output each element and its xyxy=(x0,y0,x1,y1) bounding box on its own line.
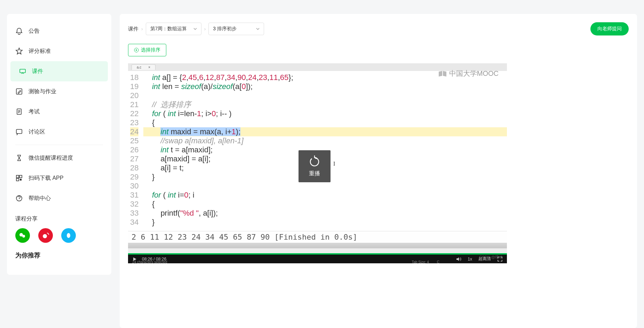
sidebar-item-label: 课件 xyxy=(32,68,43,75)
wechat-share-icon[interactable] xyxy=(15,228,30,243)
line-number: 27 xyxy=(130,154,138,163)
sidebar-item-3[interactable]: 测验与作业 xyxy=(7,81,111,102)
play-icon xyxy=(134,48,139,53)
chevron-down-icon xyxy=(256,27,260,31)
svg-point-12 xyxy=(67,233,70,238)
sidebar-item-label: 评分标准 xyxy=(29,48,51,55)
star-icon xyxy=(15,47,23,55)
video-controls: 08:26 / 08:26 1x 超高清 24 characters selec… xyxy=(128,255,507,263)
line-number: 26 xyxy=(130,145,138,154)
topic-chip-label: 选择排序 xyxy=(141,47,160,53)
sidebar-item-label: 考试 xyxy=(29,108,40,115)
console-output: 2 6 11 12 23 24 34 45 65 87 90 [Finished… xyxy=(128,231,507,243)
svg-rect-7 xyxy=(20,179,22,181)
line-number: 32 xyxy=(130,200,138,209)
line-number: 28 xyxy=(130,163,138,173)
line-number: 20 xyxy=(130,91,138,100)
qq-share-icon[interactable] xyxy=(61,228,76,243)
chat-icon xyxy=(15,128,23,136)
code-line: { xyxy=(143,118,507,127)
line-number: 18 xyxy=(130,73,138,82)
watermark: CSDN @嘎啥 xyxy=(479,255,503,260)
text-cursor-icon: I xyxy=(333,161,334,167)
mooc-logo-text: 中国大学MOOC xyxy=(449,69,499,78)
code-line: int maxid = max(a, i+1); xyxy=(143,127,507,136)
book-icon xyxy=(438,70,447,77)
line-number: 31 xyxy=(130,191,138,200)
code-line xyxy=(143,91,507,100)
code-line: int len = sizeof(a)/sizeof(a[0]); xyxy=(143,82,507,91)
breadcrumb-root[interactable]: 课件 xyxy=(128,26,138,32)
nav-divider xyxy=(15,145,103,145)
sidebar-item-label: 公告 xyxy=(29,27,40,35)
share-title: 课程分享 xyxy=(15,215,103,223)
chevron-right-icon: › xyxy=(204,26,206,32)
line-number: 19 xyxy=(130,82,138,91)
weibo-share-icon[interactable] xyxy=(38,228,53,243)
svg-point-11 xyxy=(43,234,47,238)
editor-status-bar xyxy=(128,243,507,248)
line-number: 25 xyxy=(130,136,138,145)
sidebar-item-8[interactable]: 帮助中心 xyxy=(7,188,111,208)
sidebar-item-label: 讨论区 xyxy=(29,128,45,136)
line-number: 21 xyxy=(130,100,138,109)
mooc-logo: 中国大学MOOC xyxy=(438,69,499,78)
sidebar-item-4[interactable]: 考试 xyxy=(7,102,111,122)
line-number: 23 xyxy=(130,118,138,127)
recommend-title: 为你推荐 xyxy=(15,251,103,259)
line-number: 22 xyxy=(130,109,138,118)
line-gutter: 18192021222324 25262728293031323334 xyxy=(128,71,142,231)
main-content: 课件 › 第7周：数组运算 › 3 排序初步 向老师提问 选择排序 a.c xyxy=(120,14,637,328)
sidebar-item-2[interactable]: 课件 xyxy=(10,61,108,81)
svg-rect-3 xyxy=(16,129,22,134)
selection-info: 24 characters selected Tab Size: 4 C xyxy=(132,260,439,264)
sidebar-item-6[interactable]: 微信提醒课程进度 xyxy=(7,148,111,168)
sidebar-item-0[interactable]: 公告 xyxy=(7,21,111,41)
share-icons xyxy=(15,228,103,243)
video-player: a.c × 18192021222324 2526272829303132333… xyxy=(128,63,507,263)
ask-teacher-button[interactable]: 向老师提问 xyxy=(590,22,629,35)
edit-icon xyxy=(15,88,23,95)
chevron-right-icon: › xyxy=(141,26,143,32)
line-number: 33 xyxy=(130,209,138,218)
recommend-section: 为你推荐 xyxy=(7,243,111,268)
replay-button[interactable]: 重播 xyxy=(299,150,331,182)
breadcrumb-lesson-label: 3 排序初步 xyxy=(213,26,237,32)
sidebar-item-7[interactable]: 扫码下载 APP xyxy=(7,168,111,188)
sidebar-item-label: 帮助中心 xyxy=(29,195,51,202)
topic-chip[interactable]: 选择排序 xyxy=(128,44,166,56)
code-line: for ( int i=0; i xyxy=(143,191,507,200)
doc-icon xyxy=(15,108,23,115)
help-icon xyxy=(15,194,23,202)
svg-rect-4 xyxy=(16,175,19,178)
code-line: //swap a[maxid], a[len-1] xyxy=(143,136,507,145)
share-section: 课程分享 xyxy=(7,208,111,243)
breadcrumb: 课件 › 第7周：数组运算 › 3 排序初步 向老师提问 xyxy=(128,22,629,35)
volume-icon[interactable] xyxy=(456,256,461,262)
replay-icon xyxy=(308,155,321,168)
qr-icon xyxy=(15,174,23,182)
svg-rect-0 xyxy=(20,69,25,73)
breadcrumb-week-select[interactable]: 第7周：数组运算 xyxy=(146,23,201,35)
sidebar-item-label: 扫码下载 APP xyxy=(29,175,63,182)
speed-button[interactable]: 1x xyxy=(468,257,472,262)
code-line: // 选择排序 xyxy=(143,100,507,109)
sidebar-item-label: 微信提醒课程进度 xyxy=(29,154,73,162)
video-frame[interactable]: a.c × 18192021222324 2526272829303132333… xyxy=(128,63,507,253)
bell-icon xyxy=(15,27,23,35)
chevron-down-icon xyxy=(193,27,197,31)
close-icon: × xyxy=(148,65,150,69)
code-line xyxy=(143,182,507,191)
line-number: 29 xyxy=(130,173,138,182)
breadcrumb-week-label: 第7周：数组运算 xyxy=(150,26,187,32)
file-tab-name: a.c xyxy=(137,65,141,69)
sidebar-item-1[interactable]: 评分标准 xyxy=(7,41,111,61)
line-number: 24 xyxy=(130,127,138,136)
sidebar-item-label: 测验与作业 xyxy=(29,88,56,95)
sidebar-item-5[interactable]: 讨论区 xyxy=(7,122,111,142)
replay-label: 重播 xyxy=(309,170,320,177)
sidebar: 公告评分标准课件测验与作业考试讨论区微信提醒课程进度扫码下载 APP帮助中心 课… xyxy=(7,14,111,275)
code-line: for ( int i=len-1; i>0; i-- ) xyxy=(143,109,507,118)
file-tab: a.c × xyxy=(132,64,156,70)
breadcrumb-lesson-select[interactable]: 3 排序初步 xyxy=(208,23,264,35)
